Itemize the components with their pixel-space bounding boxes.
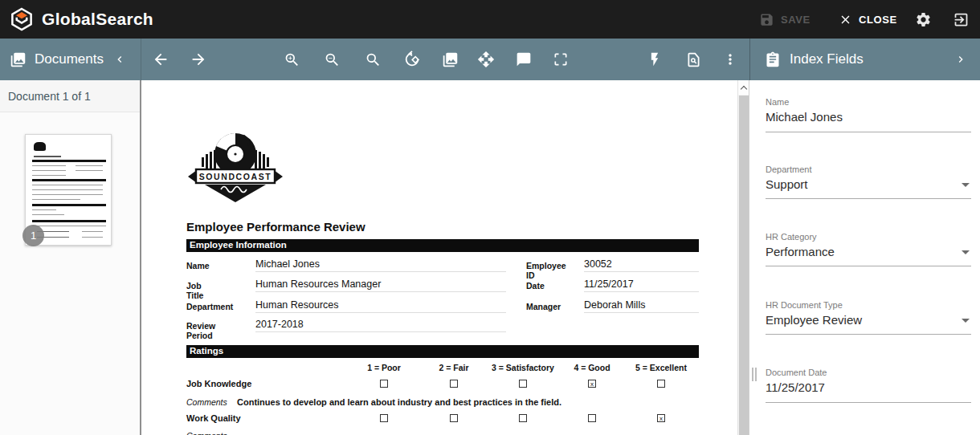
rotate-button[interactable] (402, 50, 422, 69)
app-title: GlobalSearch (42, 10, 153, 29)
document-viewer[interactable]: SOUNDCOAST Employee Performance Review E… (143, 80, 749, 435)
name-input[interactable] (766, 110, 950, 124)
scroll-up-button[interactable] (738, 80, 749, 95)
collapse-index-fields-chevron-icon[interactable] (954, 53, 967, 66)
info-value: Human Resources Manager (255, 278, 506, 292)
comments-label: Comments (186, 397, 227, 407)
dropdown-caret-icon[interactable] (962, 319, 970, 323)
logout-button[interactable] (946, 0, 975, 39)
arrow-forward-icon (190, 51, 207, 68)
field-label: Department (766, 165, 971, 174)
department-select[interactable]: Support (766, 177, 950, 191)
comment-button[interactable] (514, 50, 533, 69)
documents-icon (10, 51, 27, 68)
clipboard-icon (765, 51, 781, 67)
rating-label: Work Quality (186, 413, 241, 423)
search-button[interactable] (363, 50, 382, 69)
save-button[interactable]: SAVE (759, 0, 811, 39)
vertical-scrollbar[interactable] (737, 80, 749, 435)
rating-checkbox (588, 414, 596, 422)
hr-document-type-select[interactable]: Employee Review (766, 313, 950, 327)
documents-label: Documents (35, 51, 104, 67)
info-label: Name (186, 261, 210, 270)
save-label: SAVE (781, 14, 811, 26)
field-label: HR Document Type (766, 300, 971, 310)
find-in-page-icon (685, 51, 702, 68)
dropdown-caret-icon[interactable] (962, 183, 970, 187)
settings-button[interactable] (909, 0, 937, 39)
field-department: Department Support (766, 165, 971, 199)
zoom-out-icon (324, 51, 341, 68)
field-hr-document-type: HR Document Type Employee Review (766, 300, 971, 335)
zoom-out-button[interactable] (322, 50, 341, 69)
toolbar: Documents (0, 39, 980, 80)
fullscreen-icon (553, 51, 569, 67)
rating-checkbox: x (657, 414, 665, 422)
fullscreen-button[interactable] (551, 50, 570, 69)
info-value: Michael Jones (255, 258, 506, 272)
field-document-date: Document Date (766, 368, 971, 403)
documents-panel-header: Documents (0, 39, 141, 80)
preview-document-button[interactable] (684, 50, 703, 69)
info-value: Deborah Mills (584, 299, 699, 313)
logout-icon (953, 11, 970, 28)
rating-checkbox (450, 380, 458, 388)
info-value: Human Resources (255, 299, 506, 313)
rating-row-work-quality: Work Quality x (143, 413, 749, 425)
page-number-badge: 1 (22, 225, 44, 246)
index-fields-header: Index Fields (749, 39, 980, 80)
dropdown-caret-icon[interactable] (962, 250, 970, 254)
close-button[interactable]: CLOSE (839, 0, 897, 39)
rating-checkbox: x (588, 380, 596, 388)
panel-resize-handle[interactable] (752, 368, 758, 381)
zoom-in-button[interactable] (282, 50, 301, 69)
collapse-documents-chevron-icon[interactable] (113, 53, 126, 66)
globalsearch-logo-icon (10, 7, 34, 31)
document-title: Employee Performance Review (186, 220, 365, 234)
info-label: Review Period (186, 321, 215, 340)
index-fields-panel: Name Department Support HR Category Perf… (749, 80, 980, 435)
svg-text:SOUNDCOAST: SOUNDCOAST (199, 172, 272, 181)
info-label: Department (186, 302, 233, 311)
field-name: Name (766, 97, 971, 132)
arrow-back-icon (152, 51, 169, 68)
gallery-icon (442, 51, 459, 68)
rating-checkbox (450, 414, 458, 422)
field-hr-category: HR Category Performance (766, 232, 971, 266)
hr-category-select[interactable]: Performance (766, 245, 950, 258)
pan-button[interactable] (476, 50, 496, 69)
brand: GlobalSearch (10, 0, 153, 39)
rating-checkbox (519, 414, 527, 422)
ratings-section-header: Ratings (186, 345, 699, 358)
field-label: Name (766, 97, 971, 107)
rotate-icon (403, 51, 421, 68)
comments-label: Comments (186, 431, 227, 435)
lightning-icon (647, 51, 663, 67)
gallery-button[interactable] (440, 50, 459, 69)
rating-checkbox (657, 380, 665, 388)
scale-header: 1 = Poor (367, 363, 401, 372)
index-fields-title: Index Fields (790, 51, 954, 67)
scrollbar-thumb[interactable] (739, 96, 749, 435)
save-icon (759, 12, 774, 27)
employee-information-section-header: Employee Information (186, 239, 699, 252)
document-thumbnail[interactable]: 1 (25, 134, 112, 246)
more-options-button[interactable] (721, 50, 740, 69)
soundcoast-logo: SOUNDCOAST (187, 128, 284, 204)
back-button[interactable] (151, 50, 170, 69)
quick-actions-button[interactable] (645, 50, 664, 69)
forward-button[interactable] (189, 50, 208, 69)
info-label: Employee ID (526, 261, 566, 280)
rating-label: Job Knowledge (186, 379, 251, 388)
info-value: 11/25/2017 (584, 278, 699, 292)
document-date-input[interactable] (766, 380, 950, 394)
app-window: GlobalSearch SAVE CLOSE (0, 0, 980, 435)
rating-checkbox (519, 380, 527, 388)
pan-icon (477, 51, 495, 68)
scale-header: 2 = Fair (439, 363, 468, 372)
comments-text: Continues to develop and learn about ind… (237, 397, 561, 407)
scale-header: 4 = Good (574, 363, 610, 372)
thumbnails-sidebar: Document 1 of 1 1 (0, 80, 141, 435)
scale-header: 3 = Satisfactory (492, 363, 554, 372)
field-label: Document Date (766, 368, 971, 377)
